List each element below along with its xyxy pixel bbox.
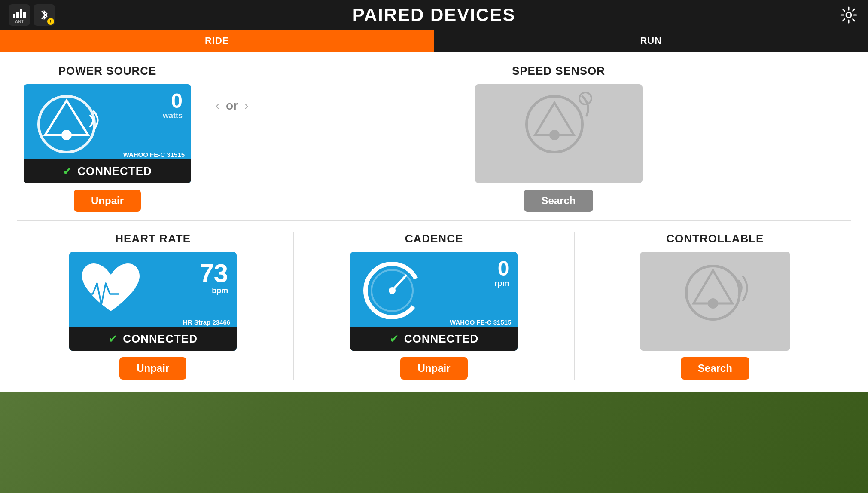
cadence-icon [359, 256, 427, 323]
speed-sensor-search-button[interactable]: Search [524, 190, 593, 212]
tab-run[interactable]: RUN [434, 30, 868, 52]
main-panel: ANT ! PAIRED DEVICES RIDE RUN [0, 0, 868, 392]
cadence-check-icon: ✔ [390, 332, 399, 346]
cadence-value-display: 0 rpm [494, 258, 509, 288]
power-source-device-name: WAHOO FE-C 31515 [123, 151, 185, 158]
controllable-search-button[interactable]: Search [681, 357, 749, 380]
page-title: PAIRED DEVICES [353, 5, 516, 25]
speed-sensor-title: SPEED SENSOR [512, 64, 605, 78]
heart-rate-icon-area: 73 bpm [69, 252, 237, 327]
left-chevron-icon[interactable]: ‹ [216, 99, 219, 113]
power-source-column: POWER SOURCE [17, 64, 198, 212]
power-source-value: 0 watts [163, 91, 183, 120]
cadence-column: CADENCE [298, 232, 570, 380]
controllable-icon-area [640, 252, 790, 327]
svg-point-1 [39, 96, 94, 152]
bottom-section: HEART RATE 73 bpm [17, 232, 851, 380]
ant-icon[interactable]: ANT [9, 4, 30, 26]
power-source-status: CONNECTED [77, 165, 152, 178]
cadence-status: CONNECTED [404, 332, 479, 346]
heart-rate-status: CONNECTED [123, 332, 198, 346]
speed-sensor-card [475, 84, 643, 183]
divider-2 [574, 232, 575, 380]
heart-rate-check-icon: ✔ [108, 332, 118, 346]
power-source-icon [32, 88, 105, 156]
power-source-card[interactable]: 0 watts WAHOO FE-C 31515 ✔ CONNECTED [24, 84, 191, 183]
heart-rate-unpair-button[interactable]: Unpair [119, 357, 186, 380]
settings-icon[interactable] [838, 4, 859, 26]
heart-rate-card[interactable]: 73 bpm HR Strap 23466 ✔ CONNECTED [69, 252, 237, 351]
controllable-column: CONTROLLABLE [579, 232, 851, 380]
svg-point-6 [549, 130, 560, 140]
content: POWER SOURCE [0, 52, 868, 392]
cadence-card[interactable]: 0 rpm WAHOO FE-C 31515 ✔ CONNECTED [350, 252, 518, 351]
header: ANT ! PAIRED DEVICES [0, 0, 868, 30]
heart-rate-value-display: 73 bpm [199, 260, 228, 295]
or-row: ‹ or › [216, 99, 249, 113]
heart-rate-icon [78, 260, 144, 320]
bluetooth-icon[interactable]: ! [34, 4, 55, 26]
speed-sensor-icon [516, 84, 602, 161]
tab-bar: RIDE RUN [0, 30, 868, 52]
tab-ride[interactable]: RIDE [0, 30, 434, 52]
power-source-icon-area: 0 watts [24, 84, 191, 159]
power-source-title: POWER SOURCE [58, 64, 157, 78]
or-label: or [226, 99, 238, 113]
cadence-icon-area: 0 rpm [350, 252, 518, 327]
heart-rate-column: HEART RATE 73 bpm [17, 232, 289, 380]
power-source-check-icon: ✔ [63, 165, 72, 178]
cadence-unpair-button[interactable]: Unpair [400, 357, 467, 380]
heart-rate-connected-bar: ✔ CONNECTED [69, 327, 237, 351]
controllable-title: CONTROLLABLE [666, 232, 764, 245]
warning-badge: ! [47, 18, 54, 25]
top-section: POWER SOURCE [17, 64, 851, 212]
header-left: ANT ! [9, 4, 55, 26]
speed-sensor-icon-area [475, 84, 643, 159]
section-divider [17, 220, 851, 221]
cadence-device-name: WAHOO FE-C 31515 [450, 318, 511, 326]
svg-point-0 [846, 12, 851, 18]
heart-rate-title: HEART RATE [115, 232, 191, 245]
power-source-unpair-button[interactable]: Unpair [74, 190, 141, 212]
cadence-title: CADENCE [405, 232, 463, 245]
cadence-connected-bar: ✔ CONNECTED [350, 327, 518, 351]
controllable-icon [672, 254, 758, 325]
speed-sensor-column: SPEED SENSOR [266, 64, 851, 212]
svg-point-12 [686, 266, 740, 319]
heart-rate-device-name: HR Strap 23466 [183, 318, 230, 326]
svg-point-14 [708, 298, 718, 309]
or-column: ‹ or › [198, 64, 266, 113]
right-chevron-icon[interactable]: › [244, 99, 248, 113]
power-source-connected-bar: ✔ CONNECTED [24, 159, 191, 183]
svg-point-11 [389, 287, 396, 294]
controllable-card [640, 252, 790, 351]
divider-1 [293, 232, 294, 380]
svg-point-3 [61, 130, 72, 140]
